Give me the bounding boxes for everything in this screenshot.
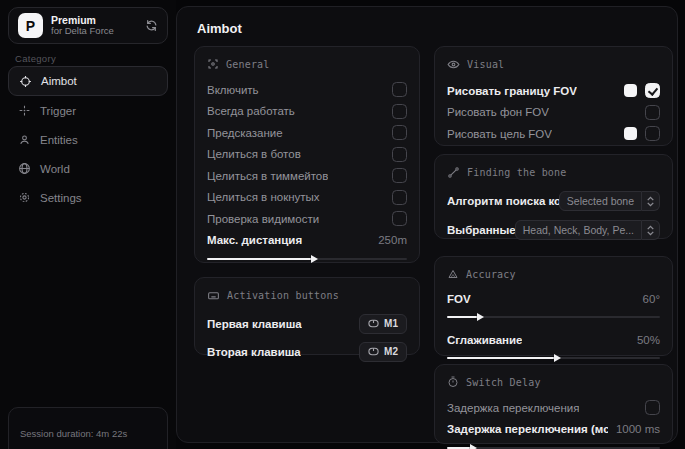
switch-delay-slider[interactable] bbox=[447, 443, 660, 449]
sidebar-item-trigger[interactable]: Trigger bbox=[8, 96, 168, 125]
select-value: Head, Neck, Body, Pe... bbox=[515, 220, 642, 240]
session-duration-text: Session duration: 4m 22s bbox=[20, 428, 127, 439]
sidebar-item-entities[interactable]: Entities bbox=[8, 125, 168, 154]
select-label: Выбранные кости bbox=[447, 224, 515, 236]
gear-icon bbox=[18, 191, 31, 204]
option-label: Включить bbox=[207, 84, 259, 96]
panel-visual: Visual Рисовать границу FOV Рисовать фон… bbox=[434, 46, 673, 146]
keybind-value: M2 bbox=[384, 346, 398, 357]
slider-value: 1000 ms bbox=[608, 423, 660, 435]
option-label: Задержка переключения bbox=[447, 402, 579, 414]
eye-icon bbox=[447, 58, 460, 71]
selected-bones-select[interactable]: Head, Neck, Body, Pe... bbox=[515, 220, 660, 240]
panel-finding-the-bone: Finding the bone Алгоритм поиска костей … bbox=[434, 154, 673, 239]
sidebar-nav: Aimbot Trigger Entities bbox=[8, 66, 168, 212]
checkbox-prediction[interactable] bbox=[392, 125, 407, 140]
category-label: Category bbox=[15, 53, 56, 64]
checkbox-draw-fov-background[interactable] bbox=[645, 105, 660, 120]
slider-label: Задержка переключения (мс) bbox=[447, 423, 608, 435]
sidebar-item-label: Entities bbox=[40, 134, 78, 146]
keybind-value: M1 bbox=[384, 318, 398, 329]
mouse-icon bbox=[368, 347, 379, 356]
bone-algorithm-select[interactable]: Selected bone bbox=[559, 191, 660, 211]
panel-general-header: General bbox=[207, 58, 407, 70]
option-label: Рисовать цель FOV bbox=[447, 128, 552, 140]
panel-activation-buttons: Activation buttons Первая клавиша M1 Вто… bbox=[194, 277, 420, 355]
smoothing-slider[interactable] bbox=[447, 353, 660, 363]
brand-subtitle: for Delta Force bbox=[51, 26, 137, 37]
checkbox-visibility-check[interactable] bbox=[392, 211, 407, 226]
page-title: Aimbot bbox=[197, 21, 242, 36]
mouse-icon bbox=[368, 319, 379, 328]
panel-accuracy-header: Accuracy bbox=[447, 268, 660, 280]
panel-accuracy: Accuracy FOV 60° Сглаживание 50% bbox=[434, 256, 673, 356]
slider-fill[interactable] bbox=[447, 357, 554, 359]
checkbox-target-teammates[interactable] bbox=[392, 168, 407, 183]
checkbox-draw-fov-target[interactable] bbox=[645, 126, 660, 141]
panel-switch-delay-header: Switch Delay bbox=[447, 376, 660, 388]
option-label: Целиться в тиммейтов bbox=[207, 170, 328, 182]
checkbox-draw-fov-border[interactable] bbox=[645, 83, 660, 98]
panel-header-label: Switch Delay bbox=[466, 377, 541, 388]
globe-icon bbox=[18, 162, 31, 175]
checkbox-switch-delay[interactable] bbox=[645, 400, 660, 415]
option-label: Всегда работать bbox=[207, 105, 295, 117]
chevron-up-down-icon[interactable] bbox=[642, 191, 660, 211]
scan-icon bbox=[207, 58, 219, 70]
keybind-button-m1[interactable]: M1 bbox=[359, 314, 407, 334]
app-window: P Premium for Delta Force Category bbox=[0, 0, 685, 449]
stopwatch-icon bbox=[447, 376, 459, 388]
entities-icon bbox=[18, 133, 31, 146]
slider-value: 50% bbox=[629, 334, 660, 346]
slider-fill[interactable] bbox=[447, 316, 477, 318]
panel-visual-header: Visual bbox=[447, 58, 660, 71]
option-label: Проверка видимости bbox=[207, 213, 319, 225]
option-label: Предсказание bbox=[207, 127, 283, 139]
crosshair-icon bbox=[19, 75, 32, 88]
sidebar-item-aimbot[interactable]: Aimbot bbox=[8, 66, 168, 96]
sidebar: P Premium for Delta Force Category bbox=[0, 0, 176, 449]
panel-bone-header: Finding the bone bbox=[447, 166, 660, 179]
sidebar-item-settings[interactable]: Settings bbox=[8, 183, 168, 212]
slider-value: 60° bbox=[635, 293, 660, 305]
panel-header-label: Finding the bone bbox=[467, 167, 567, 178]
option-label: Рисовать фон FOV bbox=[447, 106, 549, 118]
option-label: Целиться в ботов bbox=[207, 148, 301, 160]
sidebar-item-label: World bbox=[40, 163, 70, 175]
bone-icon bbox=[447, 166, 460, 179]
panel-switch-delay: Switch Delay Задержка переключения Задер… bbox=[434, 364, 673, 444]
panel-header-label: Activation buttons bbox=[227, 290, 339, 301]
checkbox-target-bots[interactable] bbox=[392, 147, 407, 162]
sidebar-item-world[interactable]: World bbox=[8, 154, 168, 183]
slider-value: 250m bbox=[370, 234, 407, 246]
keyboard-icon bbox=[207, 289, 220, 302]
premium-logo: P bbox=[18, 13, 43, 38]
keybind-label: Вторая клавиша bbox=[207, 346, 301, 358]
panel-header-label: Visual bbox=[467, 59, 504, 70]
fov-slider[interactable] bbox=[447, 312, 660, 322]
slider-fill[interactable] bbox=[207, 258, 311, 260]
max-distance-slider[interactable] bbox=[207, 254, 407, 264]
main-content: Aimbot General Включить Всегда работать … bbox=[176, 6, 678, 443]
brand-text: Premium for Delta Force bbox=[51, 14, 137, 37]
select-label: Алгоритм поиска костей bbox=[447, 195, 559, 207]
checkbox-enable[interactable] bbox=[392, 82, 407, 97]
sidebar-item-label: Aimbot bbox=[41, 75, 77, 87]
keybind-button-m2[interactable]: M2 bbox=[359, 342, 407, 362]
sidebar-item-label: Settings bbox=[40, 192, 82, 204]
checkbox-always-work[interactable] bbox=[392, 104, 407, 119]
slider-label: Сглаживание bbox=[447, 334, 522, 346]
keybind-label: Первая клавиша bbox=[207, 318, 302, 330]
sidebar-item-label: Trigger bbox=[40, 105, 76, 117]
option-label: Рисовать границу FOV bbox=[447, 85, 577, 97]
chevron-up-down-icon[interactable] bbox=[642, 220, 660, 240]
panel-activation-header: Activation buttons bbox=[207, 289, 407, 302]
refresh-icon[interactable] bbox=[145, 19, 158, 32]
checkbox-target-knocked[interactable] bbox=[392, 190, 407, 205]
triangle-ruler-icon bbox=[447, 268, 459, 280]
fov-border-color-swatch[interactable] bbox=[624, 84, 637, 97]
session-card: Session duration: 4m 22s bbox=[8, 407, 168, 449]
slider-label: Макс. дистанция bbox=[207, 234, 302, 246]
fov-target-color-swatch[interactable] bbox=[624, 127, 637, 140]
trigger-crosshair-icon bbox=[18, 104, 31, 117]
